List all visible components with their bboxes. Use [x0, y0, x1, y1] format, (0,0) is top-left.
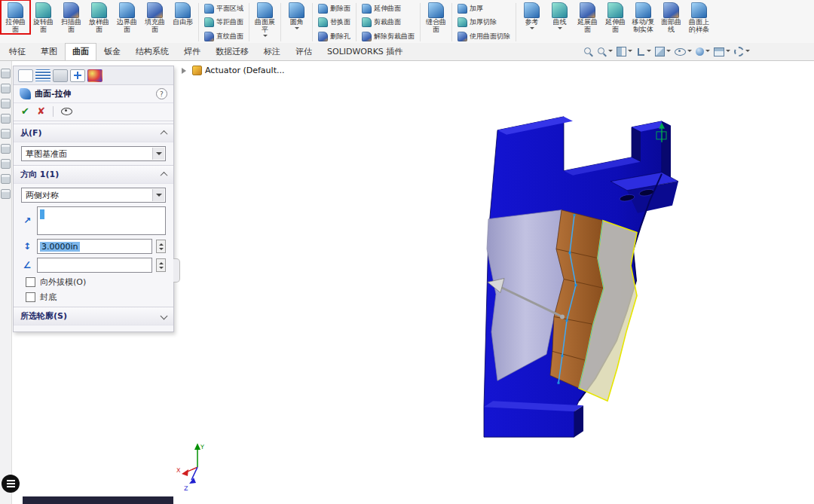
zoom-area-button[interactable]: [596, 43, 614, 60]
side-tool-icon-8[interactable]: [1, 174, 11, 184]
ribbon-group: 删除面替换面删除孔: [314, 1, 354, 44]
ribbon-button-filled-surface[interactable]: 填充曲面: [141, 1, 169, 33]
ribbon-button-fillet[interactable]: 圆角: [283, 1, 311, 32]
tab-data-migration[interactable]: 数据迁移: [208, 43, 256, 60]
part-right-side-face[interactable]: [662, 121, 671, 179]
ribbon-button-extend-surface[interactable]: 延伸曲面: [360, 2, 417, 14]
draft-outward-checkbox[interactable]: [26, 277, 35, 287]
extrude-preview-surfaces[interactable]: [487, 210, 637, 402]
radiate-surface-icon: [580, 2, 595, 18]
pm-tab-properties[interactable]: [18, 69, 33, 82]
ribbon-button-untrim-surface[interactable]: 解除剪裁曲面: [360, 30, 417, 42]
tab-annotations[interactable]: 标注: [256, 43, 288, 60]
ribbon-button-knit-surface[interactable]: 缝合曲面: [422, 1, 450, 33]
side-tool-icon-4[interactable]: [1, 114, 11, 124]
ribbon-button-radiate-surface[interactable]: 延展曲面: [574, 1, 601, 33]
ribbon-button-thickened-cut[interactable]: 加厚切除: [455, 17, 513, 29]
section-selected-contours-header[interactable]: 所选轮廓(S): [14, 307, 173, 325]
apply-scene-button[interactable]: [713, 43, 731, 60]
side-tool-icon-7[interactable]: [1, 159, 11, 169]
zoom-fit-button[interactable]: [583, 43, 594, 60]
side-tool-icon-9[interactable]: [1, 189, 11, 199]
side-tool-icon-1[interactable]: [1, 69, 11, 78]
pm-tab-feature-tree[interactable]: [35, 69, 50, 82]
preview-eye-button[interactable]: [61, 108, 72, 115]
ribbon-button-cut-with-surface[interactable]: 使用曲面切除: [455, 30, 513, 42]
ribbon-button-swept-surface[interactable]: 扫描曲面: [57, 1, 85, 33]
ribbon-button-flatten-surface[interactable]: 曲面展平: [251, 1, 279, 39]
side-tool-icon-3[interactable]: [1, 99, 11, 108]
display-style-button[interactable]: [654, 43, 672, 60]
triad-y-label: Y: [200, 444, 204, 451]
tab-sheet-metal[interactable]: 钣金: [96, 43, 128, 60]
cancel-button[interactable]: ✘: [37, 105, 45, 117]
ribbon-button-label: 扫描曲面: [58, 18, 84, 33]
ribbon-button-spline-on-surface[interactable]: 曲面上的样条曲线: [685, 1, 713, 34]
boundary-surface-icon: [119, 2, 135, 18]
draft-row: ∠: [21, 258, 166, 273]
feature-tree-root[interactable]: Actuator (Default...: [182, 66, 284, 75]
ribbon-button-planar-surface[interactable]: 平面区域: [202, 2, 246, 14]
section-direction1-header[interactable]: 方向 1(1): [14, 165, 173, 184]
side-tool-icon-2[interactable]: [1, 84, 11, 93]
ribbon-button-extend-surface-alt[interactable]: 延伸曲面: [601, 1, 629, 33]
panel-handle[interactable]: [173, 258, 180, 283]
part-icon: [192, 66, 202, 75]
tab-features[interactable]: 特征: [2, 43, 33, 60]
start-condition-combobox[interactable]: 草图基准面: [21, 146, 166, 161]
ribbon-button-replace-face[interactable]: 替换面: [316, 17, 353, 29]
tab-evaluate[interactable]: 评估: [288, 43, 320, 60]
ribbon-button-face-curves[interactable]: 面部曲线: [657, 1, 685, 33]
hide-show-items-button[interactable]: [674, 43, 693, 60]
ribbon-button-ruled-surface[interactable]: 直纹曲面: [202, 30, 246, 42]
ribbon-button-trim-surface[interactable]: 剪裁曲面: [360, 17, 417, 29]
view-orientation-button[interactable]: [635, 43, 652, 60]
side-tool-icon-6[interactable]: [1, 144, 11, 154]
expand-arrow-icon[interactable]: [182, 68, 189, 74]
ribbon-button-revolved-surface[interactable]: 旋转曲面: [29, 1, 57, 33]
ribbon-button-offset-surface[interactable]: 等距曲面: [202, 17, 246, 29]
cap-end-checkbox[interactable]: [26, 292, 35, 302]
ribbon-button-delete-face[interactable]: 删除面: [316, 2, 353, 14]
ribbon-button-curves[interactable]: 曲线: [546, 1, 574, 32]
ribbon-button-boundary-surface[interactable]: 边界曲面: [113, 1, 141, 33]
menu-button[interactable]: [2, 475, 20, 493]
ribbon-button-lofted-surface[interactable]: 放样曲面: [85, 1, 113, 33]
pm-tab-page[interactable]: [53, 69, 68, 82]
draft-input[interactable]: [37, 258, 152, 273]
ribbon-button-extruded-surface[interactable]: 拉伸曲面: [2, 1, 29, 33]
dropdown-caret-icon: [647, 50, 651, 54]
ribbon-button-freeform[interactable]: 自由形: [169, 1, 197, 26]
view-settings-button[interactable]: [733, 43, 751, 60]
tab-structure-system[interactable]: 结构系统: [128, 43, 176, 60]
pm-tab-appearance[interactable]: [87, 69, 103, 82]
ribbon-button-reference-geometry[interactable]: 参考: [518, 1, 546, 32]
ok-button[interactable]: ✔: [21, 105, 29, 117]
edit-appearance-button[interactable]: [695, 43, 711, 60]
part-notch-wall[interactable]: [632, 127, 641, 162]
end-condition-combobox[interactable]: 两侧对称: [21, 188, 166, 203]
section-view-button[interactable]: [616, 43, 633, 60]
tab-surfaces[interactable]: 曲面: [65, 43, 96, 60]
command-tab-bar: 特征草图曲面钣金结构系统焊件数据迁移标注评估SOLIDWORKS 插件: [0, 43, 814, 61]
ribbon-button-label: 删除面: [330, 4, 350, 14]
graphics-viewport[interactable]: Y X Z Actuator (Default... 曲面-拉伸 ?: [13, 61, 814, 504]
ribbon-button-move-copy-body[interactable]: 移动/复制实体: [629, 1, 657, 33]
depth-spinner[interactable]: [156, 240, 166, 253]
help-icon[interactable]: ?: [156, 88, 167, 99]
ribbon-button-delete-hole[interactable]: 删除孔: [316, 30, 353, 42]
feature-tree-root-label[interactable]: Actuator (Default...: [205, 66, 284, 75]
pm-tab-crosshair[interactable]: [70, 69, 85, 82]
depth-input[interactable]: 3.0000in: [37, 239, 152, 254]
reference-geometry-icon: [524, 2, 540, 18]
tab-sketch[interactable]: 草图: [33, 43, 65, 60]
ribbon-button-thicken[interactable]: 加厚: [455, 2, 513, 14]
tab-weldments[interactable]: 焊件: [176, 43, 208, 60]
direction-reference-input[interactable]: [37, 206, 166, 235]
tab-solidworks-addins[interactable]: SOLIDWORKS 插件: [320, 43, 410, 60]
dropdown-caret-icon: [558, 27, 562, 32]
draft-spinner[interactable]: [156, 258, 166, 272]
section-from-header[interactable]: 从(F): [14, 124, 173, 142]
ribbon-separator: [516, 3, 516, 41]
side-tool-icon-5[interactable]: [1, 129, 11, 139]
